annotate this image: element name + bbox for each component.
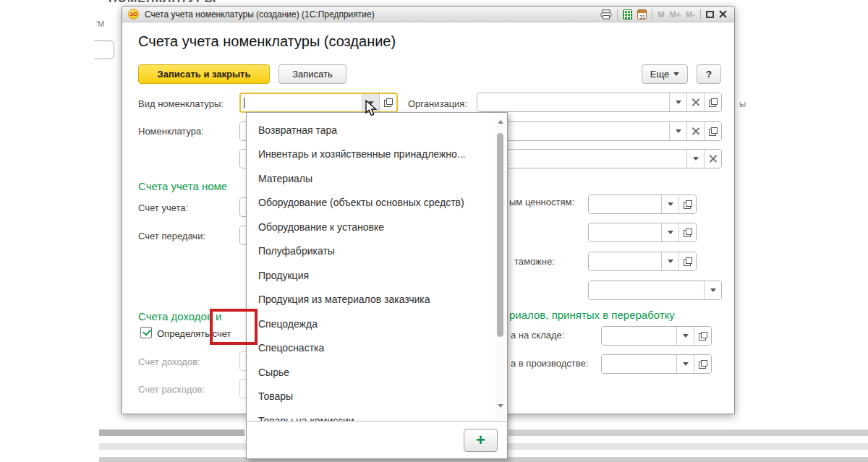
calendar-icon[interactable]: 31 (637, 9, 647, 20)
mouse-cursor (365, 100, 378, 120)
valuables-label: ым ценностям: (509, 197, 574, 208)
dropdown-item[interactable]: Оборудование к установке (247, 215, 507, 239)
warehouse-clear-button[interactable] (704, 150, 721, 168)
open-in-form-icon (699, 360, 707, 369)
valuables-input[interactable] (589, 195, 661, 213)
right-dropdown-button-4[interactable] (704, 281, 721, 299)
warehouse-stock-field-group (601, 326, 712, 346)
nomenclature-open-button[interactable] (704, 122, 721, 140)
window-title: Счета учета номенклатуры (создание) (1С:… (145, 9, 375, 20)
production-input[interactable] (602, 355, 676, 373)
organization-clear-button[interactable] (686, 93, 704, 111)
valuables-field-group (588, 194, 697, 214)
background-button-fragment (94, 36, 119, 65)
right-open-button-2[interactable] (678, 223, 696, 241)
clear-icon (709, 155, 717, 163)
income-account-label: Счет доходов: (138, 356, 200, 367)
open-in-form-icon (684, 257, 692, 266)
print-icon[interactable] (600, 9, 612, 20)
nomenclature-clear-button[interactable] (686, 122, 704, 140)
right-field-group-4 (588, 281, 722, 300)
memory-plus-button[interactable]: M+ (670, 10, 681, 19)
warehouse-dropdown-button[interactable] (686, 150, 704, 168)
titlebar-divider (617, 9, 618, 20)
scroll-up-icon[interactable] (498, 120, 503, 124)
more-button[interactable]: Еще (642, 64, 688, 84)
help-button[interactable]: ? (697, 64, 721, 84)
dropdown-item[interactable]: Полуфабрикаты (247, 239, 507, 264)
scroll-down-icon[interactable] (498, 404, 503, 408)
dropdown-item[interactable]: Продукция (247, 263, 507, 288)
background-text-fragment-right: ы (739, 98, 746, 109)
organization-dropdown-button[interactable] (669, 93, 686, 111)
organization-field-group (477, 93, 722, 112)
nomenclature-kind-dropdown-list: Возвратная тараИнвентарь и хозяйственные… (246, 112, 508, 459)
customs-field-group (588, 252, 697, 271)
valuables-dropdown-button[interactable] (661, 195, 678, 213)
customs-label: таможне: (514, 256, 555, 267)
dialog-titlebar: 1С Счета учета номенклатуры (создание) (… (122, 7, 734, 22)
warehouse-stock-open-button[interactable] (694, 327, 711, 345)
chevron-down-icon (673, 72, 679, 76)
right-dropdown-button-2[interactable] (661, 223, 678, 241)
dropdown-item[interactable]: Спецодежда (247, 312, 507, 336)
production-dropdown-button[interactable] (676, 355, 694, 373)
production-open-button[interactable] (694, 355, 711, 373)
valuables-open-button[interactable] (678, 195, 696, 213)
organization-label: Организация: (408, 98, 467, 109)
dropdown-item[interactable]: Товары на комиссии (247, 408, 507, 422)
dropdown-item[interactable]: Продукция из материалов заказчика (247, 288, 507, 312)
organization-input[interactable] (477, 93, 669, 111)
background-stripe-dark (99, 429, 244, 436)
scrollbar-thumb[interactable] (497, 133, 503, 337)
memory-minus-button[interactable]: M- (686, 10, 695, 19)
nomenclature-kind-open-button[interactable] (379, 94, 396, 111)
1c-logo-icon: 1С (128, 9, 139, 20)
dropdown-item[interactable]: Инвентарь и хозяйственные принадлежно... (247, 142, 507, 167)
production-field-group (601, 354, 712, 374)
open-in-form-icon (709, 98, 718, 107)
memory-recall-button[interactable]: M (658, 10, 664, 19)
page-title: Счета учета номенклатуры (создание) (138, 33, 396, 50)
dropdown-item[interactable]: Спецоснастка (247, 336, 507, 361)
background-text-fragment-left: 'М (96, 20, 104, 28)
right-input-4[interactable] (589, 281, 704, 299)
close-icon[interactable] (719, 10, 727, 18)
nomenclature-label: Номенклатура: (138, 126, 204, 137)
customs-open-button[interactable] (678, 252, 696, 270)
warehouse-stock-input[interactable] (602, 327, 676, 345)
nomenclature-kind-input[interactable] (244, 94, 362, 111)
dropdown-item[interactable]: Материалы (247, 166, 507, 191)
right-field-group-2 (588, 223, 697, 242)
titlebar-divider (652, 9, 652, 20)
clear-icon (692, 127, 699, 135)
organization-open-button[interactable] (704, 93, 721, 111)
warehouse-stock-label: а на складе: (511, 330, 564, 341)
open-in-form-icon (709, 127, 718, 136)
calculator-icon[interactable] (623, 9, 632, 20)
accounts-section-title: Счета учета номе (138, 180, 227, 192)
transfer-account-label: Счет передачи: (138, 231, 205, 241)
production-label: а в производстве: (511, 358, 588, 369)
add-new-item-button[interactable]: + (464, 429, 498, 452)
maximize-icon[interactable] (706, 11, 714, 18)
expense-account-label: Счет расходов: (138, 384, 205, 395)
account-label: Счет учета: (138, 202, 188, 213)
save-and-close-button[interactable]: Записать и закрыть (138, 64, 270, 84)
dropdown-item[interactable]: Оборудование (объекты основных средств) (247, 191, 507, 215)
right-input-2[interactable] (589, 223, 661, 241)
determine-account-checkbox[interactable] (140, 327, 152, 338)
dropdown-item[interactable]: Сырье (247, 360, 507, 385)
background-stripe-1 (509, 429, 868, 436)
dropdown-item[interactable]: Возвратная тара (247, 118, 507, 142)
warehouse-stock-dropdown-button[interactable] (676, 327, 694, 345)
dropdown-footer: + (247, 421, 507, 458)
customs-input[interactable] (589, 252, 661, 270)
open-in-form-icon (684, 228, 692, 237)
dropdown-item[interactable]: Товары (247, 385, 507, 409)
save-button[interactable]: Записать (278, 64, 346, 84)
dropdown-scrollbar[interactable] (495, 114, 506, 420)
customs-dropdown-button[interactable] (661, 252, 678, 270)
nomenclature-dropdown-button[interactable] (669, 122, 686, 140)
clear-icon (692, 98, 699, 106)
